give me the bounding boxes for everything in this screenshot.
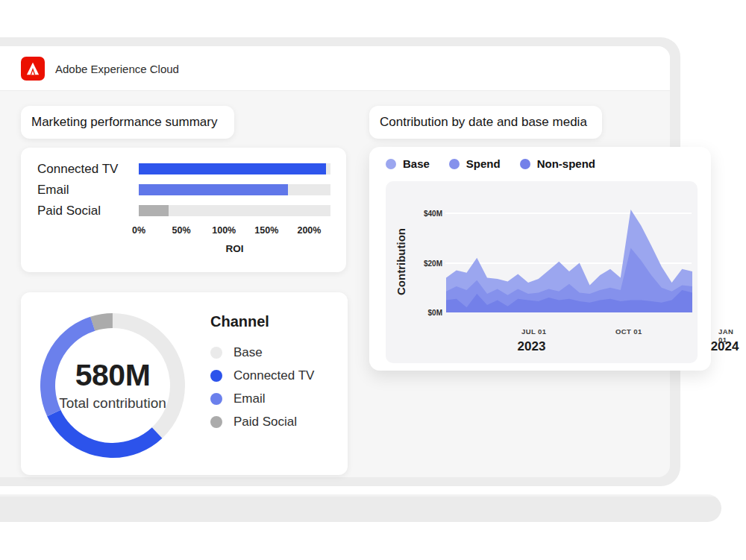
year-label: 2023 — [518, 339, 546, 354]
roi-bar-track — [139, 205, 330, 216]
legend-item-label: Non-spend — [537, 157, 595, 170]
legend-item-label: Base — [233, 345, 263, 360]
roi-bar-row-email: Email — [21, 180, 346, 201]
channel-legend: Channel BaseConnected TVEmailPaid Social — [210, 313, 314, 433]
area-legend-item-non-spend[interactable]: Non-spend — [520, 157, 595, 170]
total-contribution-value: 580M — [75, 359, 151, 391]
roi-bar-track — [139, 163, 330, 174]
brand-title: Adobe Experience Cloud — [55, 46, 179, 91]
y-axis-title: Contribution — [395, 202, 407, 321]
area-legend-item-spend[interactable]: Spend — [449, 157, 501, 170]
page: Adobe Experience Cloud Marketing perform… — [0, 0, 746, 560]
legend-item-label: Spend — [466, 157, 501, 170]
legend-dot-icon — [210, 370, 222, 382]
area-chart-plot — [445, 181, 693, 314]
channel-legend-item-base[interactable]: Base — [210, 341, 314, 364]
roi-bar-fill — [139, 205, 169, 216]
legend-dot-icon — [520, 159, 530, 169]
roi-tick-label: 100% — [212, 225, 236, 236]
roi-axis-title: ROI — [139, 243, 330, 254]
roi-bar-label: Email — [37, 183, 69, 198]
channel-legend-item-connected-tv[interactable]: Connected TV — [210, 364, 314, 387]
laptop-base — [0, 494, 721, 522]
roi-tick-label: 200% — [297, 225, 321, 236]
legend-item-label: Email — [233, 391, 266, 406]
roi-bar-row-connected-tv: Connected TV — [21, 160, 346, 180]
area-chart-legend: BaseSpendNon-spend — [386, 157, 615, 170]
adobe-logo-icon — [21, 57, 45, 81]
legend-item-label: Paid Social — [233, 415, 297, 430]
y-tick-label: $20M — [424, 259, 442, 267]
legend-dot-icon — [449, 159, 460, 169]
channel-legend-title: Channel — [210, 313, 314, 330]
x-tick-label: OCT 01 — [615, 327, 642, 336]
donut-center-text: 580M Total contribution — [34, 307, 191, 464]
channel-legend-item-paid-social[interactable]: Paid Social — [210, 410, 314, 433]
area-chart-card: BaseSpendNon-spend Contribution $0M$20M$… — [369, 147, 711, 371]
roi-bar-label: Paid Social — [37, 204, 101, 218]
roi-bar-row-paid-social: Paid Social — [21, 201, 346, 222]
roi-bar-fill — [139, 163, 326, 174]
channel-legend-item-email[interactable]: Email — [210, 387, 314, 410]
x-tick-label: JUL 01 — [521, 327, 546, 336]
area-plot-panel: Contribution $0M$20M$40M JUL 01OCT 01JAN… — [386, 181, 698, 363]
roi-bar-fill — [139, 184, 288, 195]
roi-chart-title: Marketing performance summary — [31, 115, 217, 130]
y-tick-label: $40M — [424, 210, 442, 218]
total-contribution-label: Total contribution — [59, 395, 166, 412]
roi-tick-label: 150% — [254, 225, 278, 236]
year-label: 2024 — [711, 339, 739, 354]
roi-x-axis: 0%50%100%150%200% — [139, 225, 330, 237]
area-legend-item-base[interactable]: Base — [386, 157, 430, 170]
app-header: Adobe Experience Cloud — [0, 46, 670, 91]
area-chart-title: Contribution by date and base media — [380, 115, 587, 130]
roi-bar-label: Connected TV — [37, 162, 118, 177]
y-tick-label: $0M — [428, 309, 442, 317]
area-card-title-pill: Contribution by date and base media — [369, 106, 602, 139]
legend-dot-icon — [210, 347, 222, 359]
roi-bar-chart-card: Connected TVEmailPaid Social 0%50%100%15… — [21, 148, 346, 272]
roi-card-title-pill: Marketing performance summary — [21, 106, 234, 139]
legend-dot-icon — [210, 416, 222, 428]
roi-tick-label: 0% — [132, 225, 145, 236]
roi-tick-label: 50% — [172, 225, 191, 236]
legend-item-label: Base — [403, 157, 430, 170]
legend-dot-icon — [210, 393, 222, 405]
donut-chart-card: 580M Total contribution Channel BaseConn… — [21, 292, 348, 475]
legend-item-label: Connected TV — [233, 368, 314, 383]
legend-dot-icon — [386, 159, 396, 169]
roi-bar-track — [139, 184, 330, 195]
